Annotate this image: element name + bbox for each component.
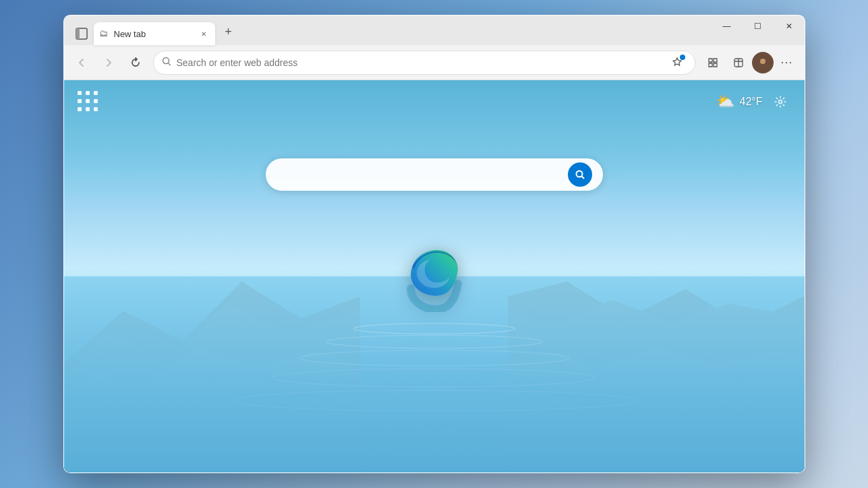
browser-essentials-button[interactable]	[726, 51, 751, 75]
weather-settings-area: ⛅ 42°F	[716, 91, 791, 113]
settings-and-more-button[interactable]: ···	[775, 51, 799, 75]
apps-dot	[86, 107, 90, 111]
window-controls: — ☐ ✕	[712, 16, 805, 37]
search-bar	[266, 158, 603, 191]
tab-close-button[interactable]: ✕	[198, 28, 210, 40]
tab-new-tab[interactable]: 🗂 New tab ✕	[94, 22, 215, 45]
forward-button[interactable]	[96, 51, 121, 75]
apps-dot	[94, 107, 98, 111]
address-bar[interactable]	[153, 51, 695, 75]
new-tab-top-bar: ⛅ 42°F	[64, 80, 805, 123]
search-input[interactable]	[277, 169, 568, 181]
edge-logo	[401, 238, 468, 315]
ellipsis-icon: ···	[780, 55, 792, 69]
search-container	[266, 158, 603, 191]
toolbar-right-buttons: ···	[701, 51, 799, 75]
apps-dot	[78, 99, 82, 103]
svg-point-7	[758, 65, 768, 69]
svg-point-2	[163, 58, 169, 64]
tab-title: New tab	[114, 29, 194, 39]
sidebar-toggle-button[interactable]	[69, 22, 94, 45]
search-button[interactable]	[568, 162, 592, 187]
apps-dot	[78, 91, 82, 95]
apps-dot	[78, 107, 82, 111]
favorites-badge	[680, 55, 685, 60]
svg-point-20	[778, 100, 782, 104]
new-tab-button[interactable]: +	[218, 21, 239, 42]
minimize-button[interactable]: —	[712, 16, 743, 37]
weather-temperature: 42°F	[740, 96, 763, 108]
svg-point-21	[576, 171, 582, 177]
svg-point-6	[760, 59, 765, 64]
add-to-favorites-button[interactable]	[668, 53, 687, 72]
apps-dot	[86, 91, 90, 95]
apps-grid-button[interactable]	[78, 91, 99, 113]
weather-widget[interactable]: ⛅ 42°F	[716, 93, 763, 111]
refresh-button[interactable]	[123, 51, 148, 75]
weather-icon: ⛅	[716, 93, 734, 111]
apps-dot	[94, 99, 98, 103]
toolbar: ···	[64, 45, 805, 80]
back-button[interactable]	[69, 51, 94, 75]
address-search-icon	[162, 57, 171, 68]
address-input[interactable]	[177, 57, 662, 68]
svg-rect-1	[76, 28, 80, 39]
apps-dot	[86, 99, 90, 103]
collections-button[interactable]	[701, 51, 725, 75]
new-tab-page: ⛅ 42°F	[64, 80, 805, 472]
title-bar: 🗂 New tab ✕ + — ☐ ✕	[64, 16, 805, 45]
tabs-area: 🗂 New tab ✕ +	[64, 20, 805, 45]
browser-window: 🗂 New tab ✕ + — ☐ ✕	[63, 15, 805, 473]
apps-dot	[94, 91, 98, 95]
close-button[interactable]: ✕	[774, 16, 805, 37]
maximize-button[interactable]: ☐	[743, 16, 774, 37]
profile-button[interactable]	[752, 52, 774, 73]
page-settings-button[interactable]	[770, 91, 791, 113]
tab-favicon: 🗂	[99, 28, 110, 39]
